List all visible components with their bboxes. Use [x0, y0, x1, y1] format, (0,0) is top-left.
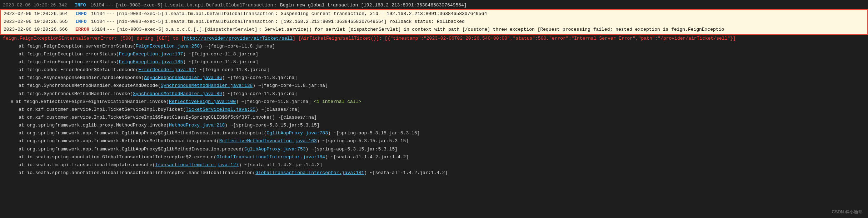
- stack-frame-9: at cn.xzf.customer.service.Impl.TicketSe…: [0, 114, 868, 122]
- thread-4: [nio-9083-exec-5]: [116, 26, 164, 33]
- log-container: 2023-02-06 10:20:26.342 INFO 16104 --- […: [0, 0, 868, 178]
- stack-link-10[interactable]: MethodProxy.java:218: [169, 123, 225, 128]
- logger-2: i.seata.tm.api.DefaultGlobalTransaction: [165, 10, 274, 18]
- thread-id-3: 16104: [91, 18, 105, 25]
- log-line-2: 2023-02-06 10:20:26.664 INFO 16104 --- […: [1, 10, 867, 18]
- timestamp-3: 2023-02-06 10:20:26.665: [4, 18, 73, 25]
- watermark-prefix: CSDN: [832, 209, 845, 214]
- timestamp-4: 2023-02-06 10:20:26.666: [4, 26, 73, 33]
- stack-link-15[interactable]: TransactionalTemplate.java:127: [155, 162, 239, 168]
- msg-1: : Begin new global transaction [192.168.…: [274, 2, 467, 9]
- stack-link-7[interactable]: ReflectiveFeign.java:100: [169, 99, 236, 104]
- timestamp-2: 2023-02-06 10:20:26.664: [4, 10, 73, 18]
- exception-title: feign.FeignException$InternalServerError…: [0, 35, 868, 43]
- logger-3: i.seata.tm.api.DefaultGlobalTransaction: [165, 18, 274, 25]
- stack-frame-15: at io.seata.tm.api.TransactionalTemplate…: [0, 161, 868, 169]
- stack-link-6[interactable]: SynchronousMethodHandler.java:89: [133, 91, 222, 96]
- sep-2: ---: [106, 10, 115, 18]
- thread-id-1: 16104: [90, 2, 104, 9]
- log-line-1: 2023-02-06 10:20:26.342 INFO 16104 --- […: [0, 1, 868, 9]
- logger-1: i.seata.tm.api.DefaultGlobalTransaction: [164, 2, 273, 9]
- stack-frame-7: ■at feign.ReflectiveFeign$FeignInvocatio…: [0, 98, 868, 106]
- icon-area: ■: [11, 99, 14, 104]
- stack-trace: at feign.FeignException.serverErrorStatu…: [0, 43, 868, 177]
- stack-frame-0: at feign.FeignException.serverErrorStatu…: [0, 43, 868, 50]
- msg-2: : Suspending current transaction, xid = …: [275, 10, 487, 18]
- csdn-watermark: CSDN @小渔哥: [832, 209, 862, 215]
- sep-4: ---: [107, 26, 115, 33]
- stack-link-11[interactable]: CglibAopProxy.java:783: [266, 130, 328, 136]
- timestamp-1: 2023-02-06 10:20:26.342: [3, 2, 73, 9]
- internal-call-badge: <1 internal call>: [314, 99, 361, 104]
- thread-2: [nio-9083-exec-5]: [116, 10, 164, 18]
- highlighted-block: 2023-02-06 10:20:26.664 INFO 16104 --- […: [0, 9, 868, 34]
- thread-id-2: 16104: [91, 10, 105, 18]
- log-line-3: 2023-02-06 10:20:26.665 INFO 16104 --- […: [1, 18, 867, 26]
- stack-frame-11: at org.springframework.aop.framework.Cgl…: [0, 129, 868, 137]
- sep-1: ---: [106, 2, 114, 9]
- stack-frame-2: at feign.FeignException.errorStatus(Feig…: [0, 58, 868, 66]
- stack-frame-16: at io.seata.spring.annotation.GlobalTran…: [0, 169, 868, 177]
- stack-frame-6: at feign.SynchronousMethodHandler.invoke…: [0, 90, 868, 98]
- stack-link-4[interactable]: AsyncResponseHandler.java:96: [144, 75, 222, 80]
- level-4: ERROR: [75, 26, 89, 33]
- stack-link-3[interactable]: ErrorDecoder.java:92: [138, 67, 194, 73]
- stack-frame-3: at feign.codec.ErrorDecoder$Default.deco…: [0, 66, 868, 74]
- thread-1: [nio-9083-exec-5]: [115, 2, 163, 9]
- stack-link-0[interactable]: FeignException.java:250: [136, 44, 200, 49]
- stack-link-1[interactable]: FeignException.java:197: [119, 51, 183, 57]
- stack-link-8[interactable]: TicketServiceImpl.java:25: [186, 107, 255, 112]
- stack-frame-14: at io.seata.spring.annotation.GlobalTran…: [0, 153, 868, 161]
- stack-link-2[interactable]: FeignException.java:185: [119, 59, 183, 65]
- stack-frame-1: at feign.FeignException.errorStatus(Feig…: [0, 50, 868, 58]
- stack-link-12[interactable]: ReflectiveMethodInvocation.java:163: [219, 138, 317, 144]
- stack-frame-12: at org.springframework.aop.framework.Ref…: [0, 137, 868, 145]
- thread-id-4: 16104: [91, 26, 105, 33]
- sep-3: ---: [106, 18, 115, 25]
- stack-frame-10: at org.springframework.cglib.proxy.Metho…: [0, 122, 868, 129]
- stack-frame-13: at org.springframework.aop.framework.Cgl…: [0, 145, 868, 153]
- exception-title-post: ] [AirTicketFeign#sellTicket()]: [{"time…: [293, 36, 735, 41]
- stack-frame-4: at feign.AsyncResponseHandler.handleResp…: [0, 74, 868, 82]
- exception-url[interactable]: http://provider/provider/airTicket/sell: [184, 36, 293, 41]
- level-1: INFO: [75, 2, 88, 9]
- stack-link-5[interactable]: SynchronousMethodHandler.java:138: [161, 83, 253, 88]
- stack-link-16[interactable]: GlobalTransactionalInterceptor.java:181: [255, 170, 364, 175]
- stack-link-13[interactable]: CglibAopProxy.java:753: [244, 147, 306, 152]
- exception-title-pre: feign.FeignException$InternalServerError…: [3, 36, 184, 41]
- log-line-4: 2023-02-06 10:20:26.666 ERROR 16104 --- …: [1, 26, 867, 34]
- stack-link-14[interactable]: GlobalTransactionalInterceptor.java:184: [216, 154, 325, 160]
- level-2: INFO: [75, 10, 89, 18]
- thread-3: [nio-9083-exec-5]: [116, 18, 164, 25]
- watermark-user: @小渔哥: [845, 209, 862, 214]
- stack-frame-5: at feign.SynchronousMethodHandler.execut…: [0, 82, 868, 90]
- stack-frame-8: at cn.xzf.customer.service.Impl.TicketSe…: [0, 106, 868, 114]
- msg-4: : Servlet.service() for servlet [dispatc…: [259, 26, 724, 33]
- level-3: INFO: [75, 18, 89, 25]
- msg-3: : [192.168.2.213:8091:36384658307649564]…: [275, 18, 465, 25]
- logger-4: o.a.c.c.C.[.[.[dispatcherServlet]: [165, 26, 257, 33]
